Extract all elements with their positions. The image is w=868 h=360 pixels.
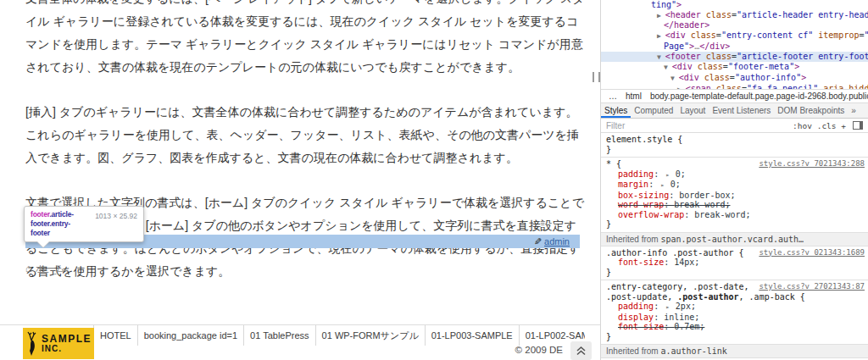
devtools-breadcrumb-item[interactable]: body.page-template-default.page.page-id-… <box>646 91 868 101</box>
footer-menu-item[interactable]: 01 WP-FORMサンプル <box>316 325 426 346</box>
styles-toolbar: :hov .cls + <box>793 121 863 130</box>
inherited-selector[interactable]: span.post-author.vcard.auth… <box>660 235 804 244</box>
filter-controls-text[interactable]: :hov .cls + <box>793 121 846 130</box>
footer-menu-item[interactable]: 01-LP003-SAMPLE <box>426 325 520 346</box>
css-selector[interactable]: element.style { <box>606 135 865 145</box>
dom-tree-node[interactable]: ▶ <div class="entry-content cf" itemprop… <box>601 30 868 42</box>
css-property[interactable]: margin: ▸ 0; <box>606 180 865 191</box>
logo-text: SAMPLE INC. <box>42 334 92 353</box>
dom-tree-node[interactable]: ▶ <header class="article-header entry-he… <box>601 10 868 21</box>
author-link[interactable]: admin <box>544 236 570 246</box>
footer-menu-item[interactable]: booking_package id=1 <box>138 325 244 346</box>
inherited-label: Inherited from <box>606 235 660 244</box>
deer-logo-icon <box>25 331 40 357</box>
devtools-breadcrumb-item[interactable]: … <box>604 91 621 101</box>
expand-arrow-icon[interactable]: ▸ <box>665 303 674 311</box>
styles-pane: element.style {}style.css?v_7021343:288*… <box>601 133 868 360</box>
styles-filter-bar: Filter :hov .cls + <box>601 119 868 133</box>
css-property[interactable]: display: inline; <box>606 313 865 323</box>
css-property[interactable]: font-size: 0.7em; <box>606 322 865 332</box>
dom-tree-node[interactable]: ▼ <footer class="article-footer entry-fo… <box>601 52 868 63</box>
devtools-breadcrumb-bar: …htmlbody.page-template-default.page.pag… <box>601 89 868 103</box>
css-property[interactable]: overflow-wrap: break-word; <box>606 210 865 220</box>
devtools-breadcrumb-item[interactable]: html <box>621 91 646 101</box>
tab-event-listeners[interactable]: Event Listeners <box>709 103 774 118</box>
scroll-to-top-button[interactable] <box>570 341 592 360</box>
site-footer: SAMPLE INC. HOTELbooking_package id=101 … <box>0 324 600 360</box>
logo-line2: INC. <box>42 345 92 354</box>
inspect-tooltip-dimensions: 1013 × 25.92 <box>95 210 137 238</box>
footer-menu: HOTELbooking_package id=101 TablePress01… <box>93 325 585 346</box>
inherited-label: Inherited from <box>606 346 660 356</box>
logo-line1: SAMPLE <box>42 334 92 345</box>
devtools-sidebar-tabs: StylesComputedLayoutEvent ListenersDOM B… <box>601 103 868 119</box>
css-property[interactable]: word-wrap: break-word; <box>606 200 865 210</box>
css-rule: style.css?v_27021343:87.entry-category, … <box>601 280 868 345</box>
inspect-tooltip-selector: footer.article-footer.entry-footer <box>31 210 88 238</box>
tab-computed[interactable]: Computed <box>631 103 676 118</box>
dom-tree-node[interactable]: ting"> <box>601 0 868 10</box>
dom-tree-node[interactable]: </header> <box>601 20 868 30</box>
css-rule: style.css?v_7021343:288* {padding: ▸ 0;m… <box>601 158 868 233</box>
elements-tree: ting">▶ <header class="article-header en… <box>601 0 868 89</box>
home-label: ホーム <box>36 263 65 274</box>
tab-»[interactable]: » <box>848 103 860 118</box>
tooltip-element-name: footer <box>31 210 49 219</box>
double-chevron-up-icon <box>576 346 587 356</box>
paragraph: 文書全体の体裁を変更するには、[ページ レイアウト] タブで新しいテーマを選択し… <box>25 0 585 79</box>
pencil-icon: ✎ <box>534 235 542 248</box>
stylesheet-link[interactable]: style.css?v_27021343:87 <box>759 282 865 292</box>
inherited-selector[interactable]: a.author-link <box>660 346 726 356</box>
inherited-from-section: Inherited from span.post-author.vcard.au… <box>601 233 868 246</box>
devtools-resize-handle[interactable] <box>593 72 600 82</box>
tab-styles[interactable]: Styles <box>601 103 631 118</box>
css-rule: element.style {} <box>601 133 868 158</box>
inherited-from-section: Inherited from a.author-link <box>601 345 868 358</box>
home-icon: ⌂ <box>25 262 32 274</box>
stylesheet-link[interactable]: style.css?v_021343:1689 <box>759 248 865 258</box>
page-breadcrumb-home[interactable]: ⌂ホーム <box>25 262 65 275</box>
site-logo[interactable]: SAMPLE INC. <box>23 328 94 359</box>
sidebar-toggle-icon[interactable] <box>853 121 863 130</box>
stylesheet-link[interactable]: style.css?v_7021343:288 <box>759 159 865 169</box>
dom-tree-node[interactable]: ▼ <div class="footer-meta"> <box>601 62 868 73</box>
tab-dom-breakpoints[interactable]: DOM Breakpoints <box>774 103 848 118</box>
css-property[interactable]: padding: ▸ 0; <box>606 169 865 180</box>
styles-filter-input[interactable]: Filter <box>606 121 625 130</box>
css-property[interactable]: box-sizing: border-box; <box>606 191 865 201</box>
devtools-panel: ting">▶ <header class="article-header en… <box>600 0 868 360</box>
css-rule: style.css?v_021343:1689.author-info .pos… <box>601 246 868 281</box>
footer-menu-item[interactable]: 01 TablePress <box>244 325 316 346</box>
article-body: 文書全体の体裁を変更するには、[ページ レイアウト] タブで新しいテーマを選択し… <box>25 0 585 305</box>
css-property[interactable]: font-size: 14px; <box>606 258 865 268</box>
copyright-text: © 2009 DE <box>515 345 563 355</box>
inspect-tooltip: footer.article-footer.entry-footer 1013 … <box>24 206 144 242</box>
footer-menu-item[interactable]: HOTEL <box>93 325 138 346</box>
css-property[interactable]: padding: ▸ 2px; <box>606 302 865 313</box>
dom-tree-node[interactable]: Page">…</div> <box>601 42 868 52</box>
expand-arrow-icon[interactable]: ▸ <box>665 171 674 179</box>
dom-tree-node[interactable]: ▼ <div class="author-info"> <box>601 73 868 84</box>
browser-page: 文書全体の体裁を変更するには、[ページ レイアウト] タブで新しいテーマを選択し… <box>0 0 600 360</box>
tab-layout[interactable]: Layout <box>676 103 709 118</box>
expand-arrow-icon[interactable]: ▸ <box>660 181 669 189</box>
paragraph: [挿入] タブのギャラリーには、文書全体の体裁に合わせて調整するためのアイテムが… <box>25 101 585 169</box>
